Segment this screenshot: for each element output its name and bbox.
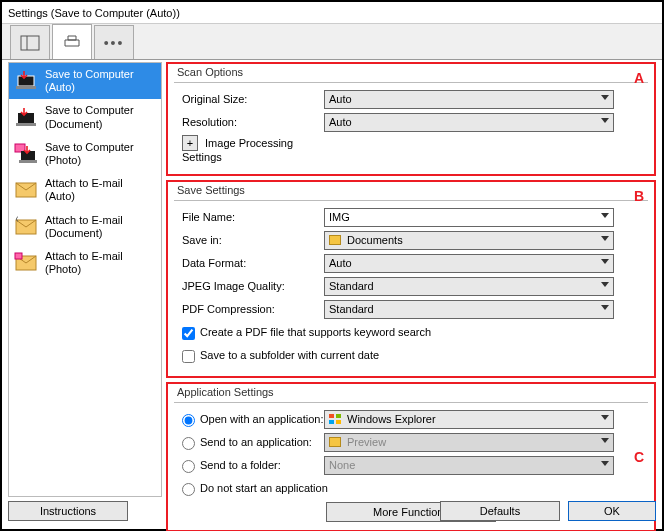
expand-image-processing-button[interactable]: + [182, 135, 198, 151]
windows-icon [329, 414, 341, 424]
open-with-label: Open with an application: [200, 413, 324, 425]
group-save-settings: B Save Settings File Name: IMG Save in: … [166, 180, 656, 378]
chevron-down-icon [601, 305, 609, 310]
envelope-clip-icon [15, 217, 39, 237]
pdf-keyword-label: Create a PDF file that supports keyword … [200, 326, 431, 338]
sidebar-item-label: Attach to E-mail (Auto) [45, 177, 155, 203]
laptop-down-icon [15, 108, 39, 128]
svg-rect-5 [16, 123, 36, 126]
app-legend: Application Settings [174, 386, 277, 398]
send-to-folder-radio[interactable] [182, 460, 195, 473]
jpeg-quality-select[interactable]: Standard [324, 277, 614, 296]
laptop-down-icon [15, 71, 39, 91]
sidebar-item-save-doc[interactable]: Save to Computer (Document) [9, 99, 161, 135]
tab-1[interactable] [10, 25, 50, 59]
send-to-app-radio[interactable] [182, 437, 195, 450]
dataformat-label: Data Format: [174, 257, 324, 269]
defaults-button[interactable]: Defaults [440, 501, 560, 521]
sidebar-item-label: Save to Computer (Photo) [45, 141, 155, 167]
footer: Instructions Defaults OK [8, 501, 656, 523]
sidebar-item-email-doc[interactable]: Attach to E-mail (Document) [9, 209, 161, 245]
jpeg-quality-label: JPEG Image Quality: [174, 280, 324, 292]
send-to-app-select[interactable]: Preview [324, 433, 614, 452]
subfolder-date-label: Save to a subfolder with current date [200, 349, 379, 361]
folder-icon [329, 437, 341, 447]
filename-input[interactable]: IMG [324, 208, 614, 227]
sidebar-item-label: Save to Computer (Document) [45, 104, 155, 130]
chevron-down-icon [601, 461, 609, 466]
open-with-select[interactable]: Windows Explorer [324, 410, 614, 429]
annotation-c: C [634, 449, 644, 465]
do-not-start-label: Do not start an application [200, 482, 328, 494]
ellipsis-icon: ••• [104, 35, 125, 51]
chevron-down-icon [601, 236, 609, 241]
send-to-folder-label: Send to a folder: [200, 459, 281, 471]
sidebar-item-email-photo[interactable]: Attach to E-mail (Photo) [9, 245, 161, 281]
svg-rect-3 [16, 86, 36, 89]
sidebar: Save to Computer (Auto) Save to Computer… [8, 62, 162, 497]
resolution-label: Resolution: [174, 116, 324, 128]
folder-icon [329, 235, 341, 245]
ok-button[interactable]: OK [568, 501, 656, 521]
chevron-down-icon [601, 282, 609, 287]
printer-icon [62, 36, 82, 48]
send-to-app-label: Send to an application: [200, 436, 312, 448]
savein-label: Save in: [174, 234, 324, 246]
sidebar-item-save-photo[interactable]: Save to Computer (Photo) [9, 136, 161, 172]
original-size-label: Original Size: [174, 93, 324, 105]
send-to-folder-select[interactable]: None [324, 456, 614, 475]
sidebar-item-label: Attach to E-mail (Photo) [45, 250, 155, 276]
pdf-keyword-checkbox[interactable] [182, 327, 195, 340]
tab-2[interactable] [52, 24, 92, 59]
annotation-b: B [634, 188, 644, 204]
chevron-down-icon [601, 95, 609, 100]
instructions-button[interactable]: Instructions [8, 501, 128, 521]
chevron-down-icon [601, 118, 609, 123]
tab-icon-1 [21, 36, 39, 50]
envelope-icon [15, 180, 39, 200]
sidebar-item-email-auto[interactable]: Attach to E-mail (Auto) [9, 172, 161, 208]
filename-label: File Name: [174, 211, 324, 223]
original-size-select[interactable]: Auto [324, 90, 614, 109]
tabstrip: ••• [2, 24, 662, 60]
titlebar: Settings (Save to Computer (Auto)) [2, 2, 662, 24]
open-with-radio[interactable] [182, 414, 195, 427]
envelope-photo-icon [15, 253, 39, 273]
dataformat-select[interactable]: Auto [324, 254, 614, 273]
chevron-down-icon [601, 415, 609, 420]
svg-rect-4 [18, 113, 34, 123]
svg-rect-8 [19, 160, 37, 163]
chevron-down-icon [601, 438, 609, 443]
svg-rect-12 [15, 253, 22, 259]
sidebar-item-label: Save to Computer (Auto) [45, 68, 155, 94]
pdf-compression-select[interactable]: Standard [324, 300, 614, 319]
window-title: Settings (Save to Computer (Auto)) [8, 7, 180, 19]
savein-select[interactable]: Documents [324, 231, 614, 250]
chevron-down-icon [601, 259, 609, 264]
pdf-compression-label: PDF Compression: [174, 303, 324, 315]
save-legend: Save Settings [174, 184, 248, 196]
resolution-select[interactable]: Auto [324, 113, 614, 132]
svg-rect-6 [15, 144, 25, 152]
group-scan-options: A Scan Options Original Size: Auto Resol… [166, 62, 656, 176]
image-processing-label: Image Processing Settings [182, 137, 293, 163]
svg-rect-2 [18, 76, 34, 86]
sidebar-item-save-auto[interactable]: Save to Computer (Auto) [9, 63, 161, 99]
do-not-start-radio[interactable] [182, 483, 195, 496]
scan-legend: Scan Options [174, 66, 246, 78]
annotation-a: A [634, 70, 644, 86]
tab-3[interactable]: ••• [94, 25, 134, 59]
main-panel: A Scan Options Original Size: Auto Resol… [166, 62, 656, 497]
subfolder-date-checkbox[interactable] [182, 350, 195, 363]
laptop-down-photo-icon [15, 144, 39, 164]
sidebar-item-label: Attach to E-mail (Document) [45, 214, 155, 240]
chevron-down-icon [601, 213, 609, 218]
svg-rect-0 [21, 36, 39, 50]
